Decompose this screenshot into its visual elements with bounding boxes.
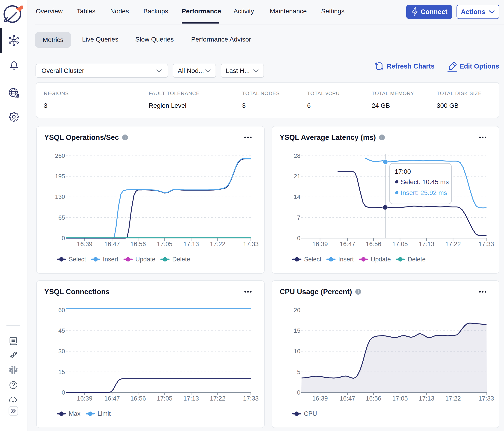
svg-text:16:47: 16:47	[340, 241, 355, 248]
svg-text:0: 0	[62, 389, 65, 396]
svg-text:45: 45	[58, 327, 65, 334]
svg-text:16:56: 16:56	[130, 395, 146, 402]
svg-text:17:05: 17:05	[392, 395, 408, 402]
svg-text:17:22: 17:22	[210, 395, 225, 402]
svg-text:Select: Select	[69, 256, 86, 263]
svg-text:0: 0	[297, 389, 300, 396]
svg-text:16:56: 16:56	[366, 395, 381, 402]
svg-text:17:05: 17:05	[157, 241, 172, 248]
svg-text:0: 0	[62, 235, 65, 242]
svg-text:15: 15	[294, 327, 300, 334]
svg-text:17:05: 17:05	[392, 241, 408, 248]
svg-text:17:05: 17:05	[157, 395, 172, 402]
svg-text:16:39: 16:39	[312, 241, 328, 248]
svg-text:17:22: 17:22	[210, 241, 225, 248]
svg-text:10: 10	[294, 348, 300, 355]
svg-text:17:33: 17:33	[243, 395, 259, 402]
svg-text:17:13: 17:13	[419, 395, 434, 402]
svg-text:16:56: 16:56	[130, 241, 146, 248]
svg-text:60: 60	[58, 307, 65, 313]
svg-text:15: 15	[58, 368, 65, 376]
svg-text:21: 21	[294, 173, 300, 180]
svg-text:17:13: 17:13	[183, 395, 199, 402]
svg-text:16:47: 16:47	[340, 395, 355, 402]
svg-text:260: 260	[55, 152, 65, 159]
svg-text:17:13: 17:13	[419, 241, 434, 248]
svg-text:5: 5	[297, 368, 300, 376]
svg-text:20: 20	[294, 307, 300, 313]
svg-text:Delete: Delete	[172, 256, 190, 263]
svg-text:17:13: 17:13	[183, 241, 199, 248]
svg-text:195: 195	[55, 173, 65, 180]
svg-text:16:39: 16:39	[312, 395, 328, 402]
svg-text:16:47: 16:47	[104, 241, 120, 248]
svg-text:28: 28	[294, 152, 300, 159]
svg-text:Insert: 25.92 ms: Insert: 25.92 ms	[401, 189, 447, 196]
svg-text:Limit: Limit	[98, 410, 111, 417]
svg-text:Select: 10.45 ms: Select: 10.45 ms	[401, 178, 449, 185]
svg-text:Update: Update	[135, 256, 155, 263]
svg-text:17:33: 17:33	[478, 241, 494, 248]
svg-text:17:33: 17:33	[243, 241, 259, 248]
svg-text:Update: Update	[371, 256, 391, 263]
svg-text:0: 0	[297, 235, 300, 242]
svg-text:14: 14	[294, 193, 300, 200]
svg-text:17:00: 17:00	[395, 168, 411, 175]
svg-text:130: 130	[55, 193, 65, 200]
svg-text:30: 30	[58, 348, 65, 355]
svg-text:Select: Select	[304, 256, 322, 263]
svg-text:17:22: 17:22	[445, 241, 461, 248]
svg-text:16:39: 16:39	[77, 395, 92, 402]
svg-text:17:33: 17:33	[478, 395, 494, 402]
svg-text:17:22: 17:22	[445, 395, 461, 402]
svg-text:16:56: 16:56	[366, 241, 381, 248]
svg-text:16:39: 16:39	[77, 241, 92, 248]
svg-text:Insert: Insert	[103, 256, 118, 263]
svg-text:Insert: Insert	[338, 256, 354, 263]
svg-text:CPU: CPU	[304, 410, 317, 417]
svg-text:65: 65	[58, 214, 65, 221]
svg-text:7: 7	[297, 214, 300, 221]
svg-text:Max: Max	[69, 410, 81, 417]
svg-text:Delete: Delete	[408, 256, 426, 263]
svg-text:16:47: 16:47	[104, 395, 120, 402]
